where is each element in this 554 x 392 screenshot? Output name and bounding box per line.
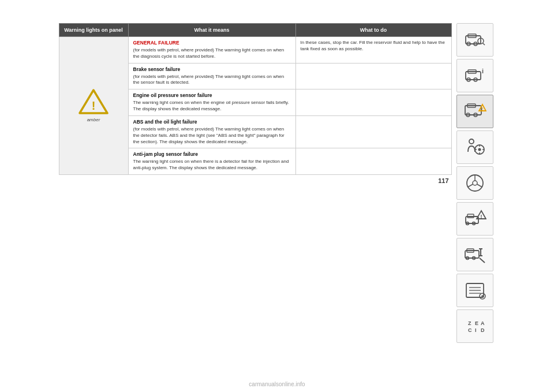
- svg-line-30: [477, 184, 482, 187]
- todo-cell-4: [295, 115, 451, 148]
- todo-cell-1: In these cases, stop the car. Fill the r…: [295, 37, 451, 64]
- sidebar-item-steering-wheel[interactable]: [456, 166, 493, 200]
- warning-table: Warning lights on panel What it means Wh…: [59, 23, 452, 175]
- svg-text:!: !: [481, 106, 483, 111]
- means-cell-1: GENERAL FAILURE (for models with petrol,…: [128, 37, 295, 64]
- row2-title: Brake sensor failure: [133, 66, 291, 73]
- car-info-icon: i: [463, 64, 486, 87]
- amber-label: amber: [87, 117, 100, 123]
- svg-text:C: C: [468, 327, 472, 333]
- means-cell-2: Brake sensor failure (for models with pe…: [128, 63, 295, 89]
- warning-light-icon: !: [463, 100, 486, 123]
- svg-text:A: A: [481, 320, 485, 326]
- svg-text:D: D: [481, 327, 485, 333]
- svg-text:!: !: [480, 214, 482, 219]
- header-means: What it means: [128, 24, 295, 37]
- row4-body: (for models with petrol, where provided)…: [133, 126, 291, 145]
- sidebar-item-car-search[interactable]: [456, 23, 493, 57]
- car-search-icon: [463, 28, 486, 51]
- car-triangle-icon: !: [463, 207, 486, 230]
- alphabet-icon: Z E A C I D: [463, 315, 486, 338]
- amber-icon: ! amber: [64, 88, 123, 123]
- row4-title: ABS and the oil light failure: [133, 119, 291, 125]
- person-wheel-icon: [463, 136, 486, 159]
- svg-text:!: !: [92, 99, 96, 112]
- row1-title: GENERAL FAILURE: [133, 40, 291, 46]
- todo-cell-5: [295, 148, 451, 175]
- means-cell-4: ABS and the oil light failure (for model…: [128, 115, 295, 148]
- means-cell-5: Anti-jam plug sensor failure The warning…: [128, 148, 295, 175]
- means-cell-3: Engine oil pressure sensor failure The w…: [128, 89, 295, 116]
- panel-cell: ! amber: [59, 37, 128, 175]
- sidebar: i !: [456, 23, 496, 343]
- svg-line-44: [480, 258, 485, 263]
- sidebar-item-car-info[interactable]: i: [456, 59, 493, 92]
- sidebar-item-alphabet[interactable]: Z E A C I D: [456, 309, 493, 343]
- svg-line-7: [483, 43, 485, 45]
- main-content: Warning lights on panel What it means Wh…: [59, 23, 496, 343]
- row1-body: (for models with petrol, where provided)…: [133, 47, 291, 60]
- row3-body: The warning light comes on when the engi…: [133, 100, 291, 113]
- svg-text:I: I: [475, 327, 477, 333]
- warning-triangle-icon: !: [78, 88, 108, 115]
- row5-title: Anti-jam plug sensor failure: [133, 151, 291, 158]
- row5-body: The warning light comes on when there is…: [133, 159, 291, 171]
- page-number-container: 117: [59, 177, 451, 184]
- steering-wheel-icon: [463, 171, 486, 195]
- watermark: carmanualsonline.info: [249, 381, 305, 387]
- page-number: 117: [438, 177, 451, 184]
- car-tools-icon: [463, 243, 486, 266]
- header-todo: What to do: [295, 24, 451, 37]
- row1-todo: In these cases, stop the car. Fill the r…: [301, 40, 447, 53]
- sidebar-item-person-wheel[interactable]: [456, 130, 493, 164]
- row3-title: Engine oil pressure sensor failure: [133, 92, 291, 99]
- sidebar-item-car-tools[interactable]: [456, 238, 493, 271]
- svg-point-19: [469, 139, 474, 144]
- header-panel: Warning lights on panel: [59, 24, 128, 37]
- table-row: ! amber GENERAL FAILURE (for models with…: [59, 37, 451, 64]
- sidebar-item-car-triangle[interactable]: !: [456, 202, 493, 236]
- settings-list-icon: [463, 279, 486, 302]
- svg-text:E: E: [475, 320, 478, 326]
- svg-point-21: [478, 148, 481, 151]
- sidebar-item-settings-list[interactable]: [456, 274, 493, 307]
- page-container: Warning lights on panel What it means Wh…: [0, 0, 554, 392]
- svg-text:Z: Z: [468, 320, 471, 326]
- todo-cell-2: [295, 63, 451, 89]
- row2-body: (for models with petrol, where provided)…: [133, 74, 291, 87]
- sidebar-item-warning-light[interactable]: !: [456, 95, 493, 128]
- todo-cell-3: [295, 89, 451, 116]
- svg-text:i: i: [482, 68, 484, 74]
- svg-rect-32: [467, 214, 474, 218]
- svg-point-27: [473, 181, 477, 185]
- svg-line-29: [467, 184, 473, 187]
